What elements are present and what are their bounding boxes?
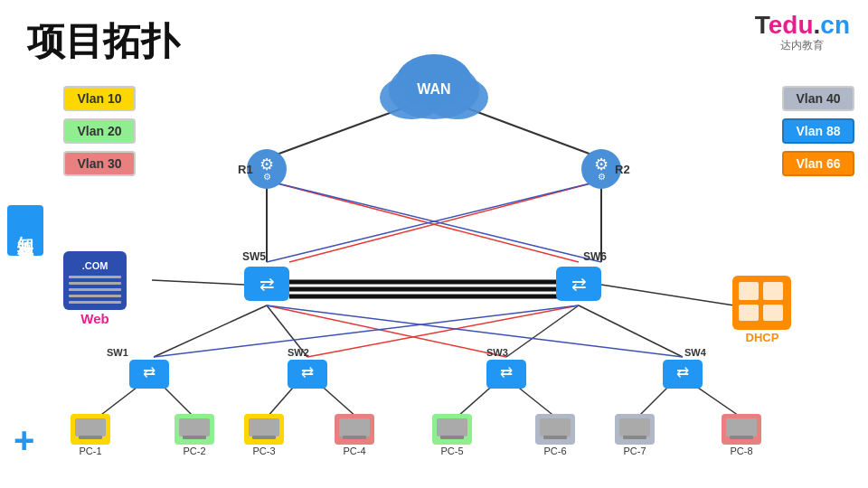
svg-text:⚙: ⚙ <box>598 172 606 182</box>
svg-text:PC-7: PC-7 <box>623 446 646 456</box>
svg-text:PC-1: PC-1 <box>79 446 101 456</box>
svg-rect-87 <box>339 418 370 436</box>
svg-line-18 <box>154 305 579 357</box>
svg-rect-96 <box>543 436 567 439</box>
svg-rect-100 <box>623 436 646 439</box>
svg-line-14 <box>579 305 683 357</box>
svg-rect-72 <box>763 305 783 321</box>
svg-text:SW2: SW2 <box>288 347 309 358</box>
network-diagram: WAN ⚙ ⚙ R1 ⚙ ⚙ R2 ⇄ SW5 ⇄ SW6 ⇄ SW1 ⇄ SW… <box>0 0 868 488</box>
svg-rect-83 <box>249 418 279 436</box>
svg-text:PC-8: PC-8 <box>730 446 752 456</box>
svg-text:PC-6: PC-6 <box>543 446 566 456</box>
svg-line-20 <box>601 285 746 307</box>
svg-text:R2: R2 <box>615 163 630 176</box>
svg-rect-79 <box>179 418 210 436</box>
svg-rect-76 <box>79 436 102 439</box>
svg-text:SW3: SW3 <box>486 347 508 358</box>
svg-rect-65 <box>69 295 121 297</box>
svg-text:PC-2: PC-2 <box>183 446 205 456</box>
svg-line-11 <box>154 305 267 357</box>
svg-line-19 <box>152 280 244 285</box>
svg-rect-64 <box>69 288 121 291</box>
svg-rect-69 <box>739 282 759 300</box>
svg-line-1 <box>463 107 601 158</box>
svg-text:Web: Web <box>80 311 108 326</box>
svg-text:⇄: ⇄ <box>301 364 314 381</box>
svg-rect-66 <box>69 301 121 304</box>
svg-text:SW4: SW4 <box>684 347 707 358</box>
svg-text:PC-3: PC-3 <box>252 446 275 456</box>
svg-rect-63 <box>69 282 121 285</box>
svg-text:WAN: WAN <box>417 81 450 97</box>
svg-text:⇄: ⇄ <box>571 274 587 294</box>
svg-rect-70 <box>763 282 783 300</box>
svg-rect-80 <box>183 436 206 439</box>
svg-rect-92 <box>440 436 464 439</box>
svg-text:⇄: ⇄ <box>500 364 513 381</box>
svg-text:R1: R1 <box>238 163 253 176</box>
svg-text:⇄: ⇄ <box>676 364 689 381</box>
svg-line-16 <box>307 305 579 357</box>
svg-line-17 <box>267 305 683 357</box>
svg-text:SW5: SW5 <box>242 250 266 263</box>
svg-rect-91 <box>437 418 467 436</box>
svg-rect-88 <box>343 436 366 439</box>
svg-line-8 <box>289 181 601 262</box>
svg-text:⇄: ⇄ <box>143 364 156 381</box>
svg-text:PC-5: PC-5 <box>440 446 463 456</box>
svg-rect-84 <box>252 436 276 439</box>
svg-rect-62 <box>69 276 121 278</box>
svg-text:DHCP: DHCP <box>746 331 779 344</box>
svg-text:⚙: ⚙ <box>263 172 271 182</box>
svg-rect-71 <box>739 305 759 321</box>
svg-text:SW1: SW1 <box>107 347 128 358</box>
svg-rect-104 <box>730 436 753 439</box>
svg-text:⇄: ⇄ <box>259 274 275 294</box>
svg-line-0 <box>267 107 407 158</box>
svg-text:PC-4: PC-4 <box>343 446 365 456</box>
svg-rect-95 <box>540 418 571 436</box>
svg-line-7 <box>267 181 579 262</box>
svg-rect-99 <box>619 418 650 436</box>
svg-rect-103 <box>726 418 757 436</box>
svg-text:SW6: SW6 <box>583 250 607 263</box>
svg-rect-75 <box>75 418 106 436</box>
svg-text:.COM: .COM <box>82 260 108 271</box>
